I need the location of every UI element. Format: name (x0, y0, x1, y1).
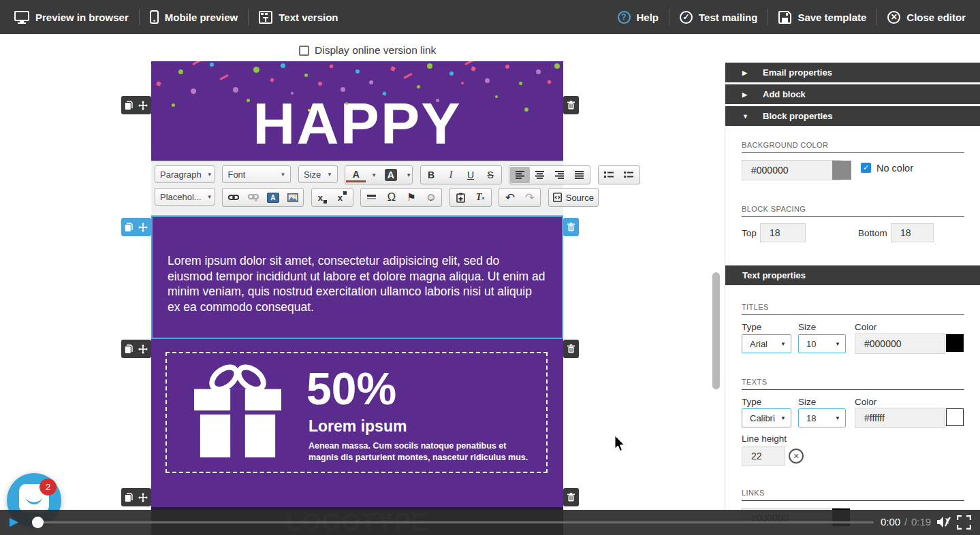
source-button[interactable]: Source (548, 188, 599, 207)
line-height-label: Line height (742, 434, 787, 444)
header-block-handles[interactable] (121, 96, 151, 114)
underline-button[interactable]: U (461, 167, 481, 183)
texts-type-label: Type (742, 397, 761, 407)
video-progress-knob[interactable] (32, 517, 44, 528)
size-dropdown[interactable]: Size▼ (298, 165, 338, 183)
trash-icon (567, 101, 575, 110)
video-progress-track[interactable] (43, 521, 874, 523)
texts-type-select[interactable]: Calibri▼ (742, 408, 791, 427)
unlink-button[interactable] (243, 189, 263, 206)
placeholder-dropdown[interactable]: Placehol...▼ (155, 188, 215, 206)
align-left-icon (516, 171, 525, 179)
titles-color-swatch[interactable] (946, 334, 964, 352)
coupon-block-handles[interactable] (121, 340, 151, 358)
line-height-clear-button[interactable]: ✕ (789, 449, 804, 464)
footer-block-delete[interactable] (563, 488, 579, 506)
email-body-text[interactable]: Lorem ipsum dolor sit amet, consectetur … (168, 253, 547, 314)
check-circle-icon: ✓ (680, 11, 693, 24)
email-properties-section[interactable]: ▶ Email properties (725, 63, 980, 82)
mobile-preview-button[interactable]: Mobile preview (140, 0, 249, 34)
footer-block-handles[interactable] (121, 488, 151, 506)
titles-size-select[interactable]: 10▼ (798, 334, 846, 353)
align-justify-icon (575, 171, 584, 179)
online-version-row: Display online version link (299, 44, 436, 56)
remove-format-button[interactable]: Tx (471, 189, 490, 206)
texts-color-input[interactable]: #ffffff (855, 408, 945, 428)
email-text-block-selected[interactable]: Lorem ipsum dolor sit amet, consectetur … (151, 216, 563, 339)
text-properties-label: Text properties (742, 270, 806, 280)
align-right-button[interactable] (550, 167, 569, 183)
text-version-button[interactable]: Text version (249, 0, 348, 34)
video-current-time: 0:00 (881, 516, 900, 528)
block-spacing-label: BLOCK SPACING (742, 205, 806, 213)
background-color-input[interactable]: #000000 (742, 160, 841, 180)
close-editor-button[interactable]: ✕ Close editor (877, 0, 976, 34)
align-left-button[interactable] (510, 167, 530, 183)
italic-button[interactable]: I (441, 167, 461, 183)
flag-button[interactable]: ⚑ (401, 189, 421, 206)
chevron-down-icon: ▼ (780, 341, 786, 347)
image-button[interactable] (283, 189, 302, 206)
redo-button[interactable]: ↷ (520, 189, 539, 206)
texts-color-swatch[interactable] (946, 408, 964, 426)
test-mailing-button[interactable]: ✓ Test mailing (669, 0, 768, 34)
no-color-checkbox[interactable]: ✓ (861, 163, 871, 173)
online-version-checkbox[interactable] (299, 46, 309, 56)
add-block-section[interactable]: ▶ Add block (725, 84, 980, 104)
coupon-block-delete[interactable] (563, 340, 579, 358)
monitor-icon (14, 11, 29, 24)
text-block-handles[interactable] (121, 218, 151, 236)
help-button[interactable]: ? Help (607, 0, 669, 34)
line-height-input[interactable]: 22 (742, 447, 785, 466)
video-time-separator: / (904, 516, 907, 528)
align-right-icon (555, 171, 565, 179)
save-template-button[interactable]: Save template (768, 0, 876, 34)
online-version-label: Display online version link (315, 44, 436, 56)
paste-button[interactable] (451, 189, 471, 206)
mute-icon[interactable] (936, 515, 951, 529)
text-properties-section[interactable]: Text properties (725, 265, 980, 285)
bullet-list-button[interactable] (619, 167, 639, 183)
text-color-button[interactable]: A (346, 168, 366, 182)
help-icon: ? (618, 11, 631, 24)
fullscreen-icon[interactable] (957, 515, 971, 530)
strikethrough-button[interactable]: S (481, 167, 501, 183)
align-center-icon (535, 171, 545, 179)
link-button[interactable] (223, 189, 243, 206)
bold-button[interactable]: B (422, 167, 441, 183)
paragraph-dropdown[interactable]: Paragraph▼ (155, 165, 215, 183)
email-coupon-block[interactable]: 50% Lorem ipsum Aenean massa. Cum socils… (151, 339, 563, 507)
smiley-button[interactable]: ☺ (421, 189, 441, 206)
align-justify-button[interactable] (569, 167, 589, 183)
preview-in-browser-label: Preview in browser (35, 12, 129, 23)
superscript-button[interactable]: x (332, 189, 352, 206)
preview-in-browser-button[interactable]: Preview in browser (4, 0, 139, 34)
titles-type-select[interactable]: Arial▼ (742, 334, 791, 353)
special-char-button[interactable]: Ω (381, 189, 401, 206)
duplicate-icon (125, 493, 133, 502)
texts-size-select[interactable]: 18▼ (798, 408, 846, 427)
coupon-title: Lorem ipsum (309, 417, 407, 436)
duplicate-icon (125, 101, 133, 110)
background-color-swatch[interactable] (832, 161, 851, 180)
spacing-bottom-input[interactable]: 18 (891, 223, 934, 242)
text-block-delete[interactable] (563, 218, 579, 236)
sidebar-scrollbar[interactable] (712, 272, 720, 389)
block-properties-section[interactable]: ▼ Block properties (725, 106, 980, 126)
subscript-button[interactable]: x (313, 189, 332, 206)
spacing-top-input[interactable]: 18 (760, 223, 806, 242)
chevron-down-icon: ▼ (371, 172, 377, 178)
align-button-group (509, 165, 590, 184)
email-header-block[interactable]: HAPPY (151, 61, 563, 161)
spacing-top-label: Top (742, 228, 757, 238)
numbered-list-button[interactable] (599, 167, 619, 183)
anchor-button[interactable]: A (263, 189, 283, 206)
horizontal-rule-button[interactable] (362, 189, 381, 206)
background-color-button[interactable]: A (381, 167, 400, 183)
play-button[interactable]: ▶ (10, 515, 18, 529)
undo-button[interactable]: ↶ (500, 189, 520, 206)
align-center-button[interactable] (530, 167, 550, 183)
header-block-delete[interactable] (563, 96, 579, 114)
titles-color-input[interactable]: #000000 (855, 334, 945, 354)
font-dropdown[interactable]: Font▼ (222, 165, 291, 183)
